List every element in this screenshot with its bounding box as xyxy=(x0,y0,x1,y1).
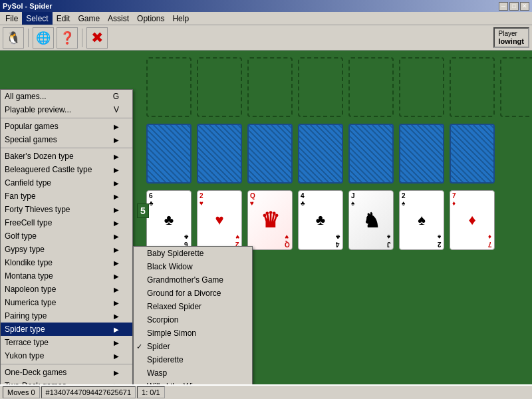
card-placeholder-1 xyxy=(146,57,192,117)
menu-help[interactable]: Help xyxy=(168,12,193,25)
title-bar-buttons: ─ □ ✕ xyxy=(499,2,529,11)
card-back-5[interactable] xyxy=(348,124,394,184)
linux-button[interactable]: 🐧 xyxy=(3,27,24,49)
menu-special-games[interactable]: Special games ▶ xyxy=(1,133,132,146)
card-backs-row xyxy=(146,124,495,184)
card-placeholder-6 xyxy=(399,57,444,117)
card-back-3[interactable] xyxy=(247,124,293,184)
menu-golf[interactable]: Golf type ▶ xyxy=(1,229,132,243)
card-6-clubs[interactable]: 6♣ ♣ 6♣ xyxy=(146,190,192,250)
web-button[interactable]: 🌐 xyxy=(33,27,54,49)
submenu-will-o-the-wisp[interactable]: Will o' the Wisp xyxy=(134,380,252,384)
submenu-spiderette[interactable]: Spiderette xyxy=(134,353,252,366)
card-back-7[interactable] xyxy=(450,124,495,184)
menu-napoleon[interactable]: Napoleon type ▶ xyxy=(1,283,132,296)
card-back-2[interactable] xyxy=(197,124,242,184)
card-jack-spades[interactable]: J♠ ♞ J♠ xyxy=(348,190,394,250)
status-ratio: 1: 0/1 xyxy=(137,386,165,398)
title-bar: PySol - Spider ─ □ ✕ xyxy=(0,0,532,12)
menu-pairing[interactable]: Pairing type ▶ xyxy=(1,309,132,323)
submenu-wasp[interactable]: Wasp xyxy=(134,366,252,380)
menu-freecell[interactable]: FreeCell type ▶ xyxy=(1,216,132,229)
separator-1 xyxy=(1,118,132,118)
menu-numerica[interactable]: Numerica type ▶ xyxy=(1,296,132,309)
menu-game[interactable]: Game xyxy=(74,12,104,25)
visible-cards-row: 6♣ ♣ 6♣ 2♥ ♥ 2♥ Q♥ ♛ Q♥ 4♣ xyxy=(146,190,495,250)
toolbar-separator-2 xyxy=(82,29,82,47)
window-title: PySol - Spider xyxy=(3,2,53,10)
card-queen-hearts[interactable]: Q♥ ♛ Q♥ xyxy=(247,190,293,250)
card-2-spades[interactable]: 2♠ ♠ 2♠ xyxy=(399,190,444,250)
card-7-diamonds[interactable]: 7♦ ♦ 7♦ xyxy=(450,190,495,250)
submenu-scorpion[interactable]: Scorpion xyxy=(134,313,252,327)
menu-all-games[interactable]: All games... G xyxy=(1,90,132,103)
select-menu: All games... G Playable preview... V Pop… xyxy=(0,89,133,384)
card-back-6[interactable] xyxy=(399,124,444,184)
submenu-baby-spiderette[interactable]: Baby Spiderette xyxy=(134,247,252,260)
menu-fan[interactable]: Fan type ▶ xyxy=(1,190,132,203)
menu-two-deck[interactable]: Two-Deck games ▶ xyxy=(1,379,132,384)
menu-playable-preview[interactable]: Playable preview... V xyxy=(1,103,132,116)
player-box: Player lowingt xyxy=(493,27,530,48)
card-back-1[interactable] xyxy=(146,124,192,184)
status-moves: Moves 0 xyxy=(3,386,40,398)
submenu-ground-for-divorce[interactable]: Ground for a Divorce xyxy=(134,287,252,300)
submenu-simple-simon[interactable]: Simple Simon xyxy=(134,327,252,340)
menu-bakers-dozen[interactable]: Baker's Dozen type ▶ xyxy=(1,150,132,163)
card-placeholder-8 xyxy=(500,57,532,117)
menu-edit[interactable]: Edit xyxy=(53,12,74,25)
spider-submenu: Baby Spiderette Black Widow Grandmother'… xyxy=(133,246,253,384)
submenu-spider[interactable]: Spider xyxy=(134,340,252,353)
menu-klondike[interactable]: Klondike type ▶ xyxy=(1,256,132,269)
menu-one-deck[interactable]: One-Deck games ▶ xyxy=(1,366,132,379)
separator-3 xyxy=(1,364,132,364)
menu-canfield[interactable]: Canfield type ▶ xyxy=(1,176,132,190)
card-placeholder-5 xyxy=(348,57,394,117)
menu-bar: File Select Edit Game Assist Options Hel… xyxy=(0,12,532,25)
card-placeholder-2 xyxy=(197,57,242,117)
submenu-relaxed-spider[interactable]: Relaxed Spider xyxy=(134,300,252,313)
toolbar-separator-1 xyxy=(28,29,29,47)
minimize-button[interactable]: ─ xyxy=(499,2,508,11)
separator-2 xyxy=(1,148,132,148)
status-bar: Moves 0 #13407447094427625671 1: 0/1 xyxy=(0,384,532,399)
maximize-button[interactable]: □ xyxy=(509,2,519,11)
select-dropdown: All games... G Playable preview... V Pop… xyxy=(0,89,133,384)
card-placeholder-7 xyxy=(450,57,495,117)
menu-beleaguered-castle[interactable]: Beleaguered Castle type ▶ xyxy=(1,163,132,176)
help-button[interactable]: ❓ xyxy=(57,27,78,49)
card-placeholder-4 xyxy=(298,57,343,117)
submenu-black-widow[interactable]: Black Widow xyxy=(134,260,252,273)
player-name: lowingt xyxy=(499,37,525,45)
player-label: Player xyxy=(499,30,525,37)
score-badge: 5 xyxy=(137,203,149,218)
card-back-4[interactable] xyxy=(298,124,343,184)
menu-terrace[interactable]: Terrace type ▶ xyxy=(1,336,132,349)
menu-options[interactable]: Options xyxy=(133,12,168,25)
status-seed: #13407447094427625671 xyxy=(41,386,136,398)
menu-select[interactable]: Select xyxy=(22,12,52,25)
menu-assist[interactable]: Assist xyxy=(104,12,133,25)
menu-montana[interactable]: Montana type ▶ xyxy=(1,269,132,283)
close-button[interactable]: ✕ xyxy=(520,2,529,11)
menu-yukon[interactable]: Yukon type ▶ xyxy=(1,349,132,362)
submenu-grandmothers-game[interactable]: Grandmother's Game xyxy=(134,273,252,287)
toolbar: 🐧 🌐 ❓ ✖ Player lowingt xyxy=(0,25,532,51)
menu-popular-games[interactable]: Popular games ▶ xyxy=(1,120,132,133)
card-2-hearts[interactable]: 2♥ ♥ 2♥ xyxy=(197,190,242,250)
menu-gypsy[interactable]: Gypsy type ▶ xyxy=(1,243,132,256)
menu-spider[interactable]: Spider type ▶ xyxy=(1,323,132,336)
card-placeholder-3 xyxy=(247,57,293,117)
top-card-row xyxy=(146,57,532,117)
menu-forty-thieves[interactable]: Forty Thieves type ▶ xyxy=(1,203,132,216)
card-4-clubs[interactable]: 4♣ ♣ 4♣ xyxy=(298,190,343,250)
menu-file[interactable]: File xyxy=(1,12,22,25)
quit-button[interactable]: ✖ xyxy=(86,27,108,49)
